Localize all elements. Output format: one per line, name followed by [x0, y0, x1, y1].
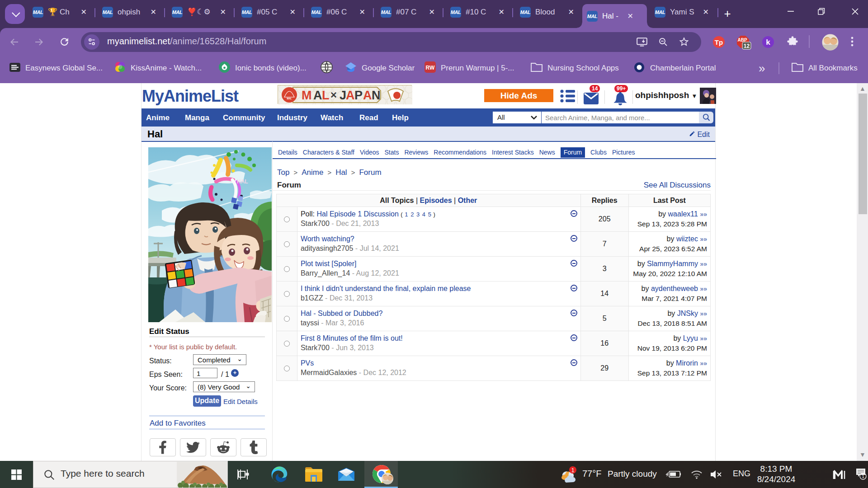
svg-text:HAL: HAL — [237, 178, 248, 185]
svg-text:Tp: Tp — [715, 38, 723, 46]
svg-text:M: M — [302, 89, 312, 102]
svg-text:12: 12 — [744, 43, 750, 49]
svg-text:A: A — [313, 89, 323, 102]
svg-text:A: A — [346, 89, 355, 102]
svg-text:A: A — [363, 89, 373, 102]
svg-text:RW: RW — [426, 65, 435, 71]
svg-text:N: N — [372, 89, 381, 102]
svg-text:MAL: MAL — [287, 97, 292, 100]
svg-text:1: 1 — [862, 474, 864, 479]
svg-text:1: 1 — [571, 467, 575, 474]
svg-text:k: k — [766, 38, 770, 47]
svg-text:ABP: ABP — [737, 38, 747, 42]
svg-text:✕: ✕ — [330, 90, 338, 100]
svg-text:L: L — [322, 89, 330, 102]
svg-text:P: P — [354, 89, 363, 102]
